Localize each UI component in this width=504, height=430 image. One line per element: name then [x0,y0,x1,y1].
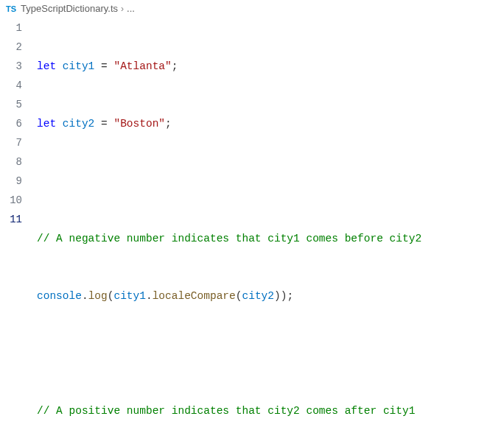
code-editor[interactable]: 1 2 3 4 5 6 7 8 9 10 11 let city1 = "Atl… [0,17,504,430]
typescript-file-icon: TS [6,4,16,13]
breadcrumb-rest: ... [127,3,135,14]
breadcrumb[interactable]: TS TypeScriptDictionary.ts › ... [0,0,504,17]
breadcrumb-filename: TypeScriptDictionary.ts [21,3,118,14]
code-content[interactable]: let city1 = "Atlanta"; let city2 = "Bost… [32,18,504,430]
line-number-gutter: 1 2 3 4 5 6 7 8 9 10 11 [0,18,32,430]
chevron-right-icon: › [121,4,124,14]
